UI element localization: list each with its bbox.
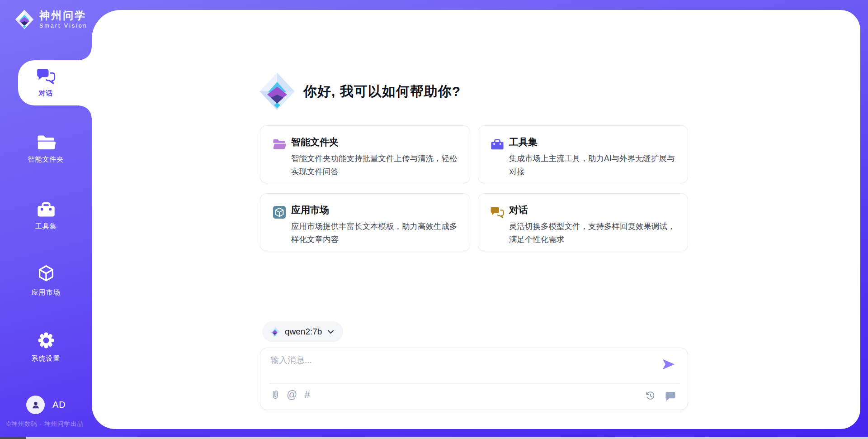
card-app-market[interactable]: 应用市场 应用市场提供丰富长文本模板，助力高效生成多样化文章内容 bbox=[260, 193, 470, 251]
sidebar-item-label: 应用市场 bbox=[0, 288, 92, 297]
sidebar-item-label: 对话 bbox=[0, 89, 92, 98]
sidebar-item-toolset[interactable]: 工具集 bbox=[0, 201, 92, 231]
user-profile[interactable]: AD bbox=[26, 396, 66, 414]
active-tab-fillet-top bbox=[79, 48, 92, 60]
gear-icon bbox=[36, 330, 56, 350]
brand-name: 神州问学 bbox=[39, 10, 88, 21]
composer-toolbar: @ # bbox=[271, 389, 310, 401]
topic-button[interactable]: # bbox=[304, 389, 310, 401]
sidebar: 神州问学 Smart Vision 对话 智能文件夹 工具集 bbox=[0, 0, 92, 439]
message-composer: @ # bbox=[260, 348, 688, 410]
card-description: 应用市场提供丰富长文本模板，助力高效生成多样化文章内容 bbox=[291, 220, 461, 246]
cube-icon bbox=[36, 263, 57, 284]
card-description: 灵活切换多模型文件，支持多样回复效果调试，满足个性化需求 bbox=[509, 220, 679, 246]
card-title: 应用市场 bbox=[291, 204, 329, 216]
brand-diamond-icon bbox=[14, 9, 35, 30]
sidebar-item-smart-folder[interactable]: 智能文件夹 bbox=[0, 134, 92, 164]
person-icon bbox=[30, 400, 41, 410]
feedback-button[interactable] bbox=[665, 390, 676, 401]
sidebar-item-app-market[interactable]: 应用市场 bbox=[0, 263, 92, 297]
sidebar-item-label: 智能文件夹 bbox=[0, 155, 92, 164]
brand-logo: 神州问学 Smart Vision bbox=[14, 9, 88, 30]
message-input[interactable] bbox=[270, 354, 641, 378]
user-name: AD bbox=[52, 400, 66, 410]
toolbox-icon bbox=[36, 201, 56, 218]
folder-icon bbox=[272, 137, 287, 152]
chat-icon bbox=[490, 205, 505, 220]
main-panel: 你好, 我可以如何帮助你? 智能文件夹 智能文件夹功能支持批量文件上传与清洗，轻… bbox=[92, 10, 860, 429]
mention-button[interactable]: @ bbox=[287, 389, 297, 401]
card-title: 工具集 bbox=[509, 136, 538, 148]
card-chat[interactable]: 对话 灵活切换多模型文件，支持多样回复效果调试，满足个性化需求 bbox=[478, 193, 688, 251]
model-selector[interactable]: qwen2:7b bbox=[262, 321, 343, 342]
send-button[interactable] bbox=[661, 357, 676, 372]
model-name: qwen2:7b bbox=[285, 327, 322, 337]
sidebar-item-label: 系统设置 bbox=[0, 354, 92, 363]
chat-bubble-icon bbox=[665, 391, 676, 401]
card-toolset[interactable]: 工具集 集成市场上主流工具，助力AI与外界无缝扩展与对接 bbox=[478, 125, 688, 183]
chat-icon bbox=[36, 67, 56, 85]
card-title: 对话 bbox=[509, 204, 528, 216]
brand-subtitle: Smart Vision bbox=[39, 23, 88, 29]
folder-icon bbox=[36, 134, 56, 151]
card-description: 智能文件夹功能支持批量文件上传与清洗，轻松实现文件问答 bbox=[291, 152, 461, 178]
avatar bbox=[26, 396, 45, 414]
sidebar-item-chat[interactable]: 对话 bbox=[0, 67, 92, 98]
history-clock-icon bbox=[645, 390, 656, 401]
hash-icon: # bbox=[304, 389, 310, 401]
toolbox-icon bbox=[490, 137, 505, 152]
card-title: 智能文件夹 bbox=[291, 136, 339, 148]
card-description: 集成市场上主流工具，助力AI与外界无缝扩展与对接 bbox=[509, 152, 679, 178]
composer-right-tools bbox=[645, 390, 676, 401]
grid-cube-icon bbox=[272, 205, 287, 220]
composer-divider bbox=[269, 383, 679, 384]
brand-diamond-icon bbox=[257, 72, 297, 111]
model-diamond-icon bbox=[269, 326, 280, 337]
paperclip-icon bbox=[271, 389, 279, 401]
greeting-title: 你好, 我可以如何帮助你? bbox=[303, 82, 461, 101]
sidebar-footer: ©神州数码 · 神州问学出品 bbox=[6, 420, 84, 428]
chevron-down-icon bbox=[327, 329, 334, 334]
history-button[interactable] bbox=[645, 390, 656, 401]
active-tab-fillet-bottom bbox=[79, 105, 92, 118]
card-smart-folder[interactable]: 智能文件夹 智能文件夹功能支持批量文件上传与清洗，轻松实现文件问答 bbox=[260, 125, 470, 183]
sidebar-item-settings[interactable]: 系统设置 bbox=[0, 330, 92, 363]
send-icon bbox=[661, 357, 676, 372]
at-icon: @ bbox=[287, 389, 297, 401]
sidebar-item-label: 工具集 bbox=[0, 222, 92, 231]
horizontal-scrollbar[interactable] bbox=[0, 437, 868, 439]
attach-button[interactable] bbox=[271, 389, 279, 401]
horizontal-scrollbar-corner bbox=[0, 437, 26, 439]
